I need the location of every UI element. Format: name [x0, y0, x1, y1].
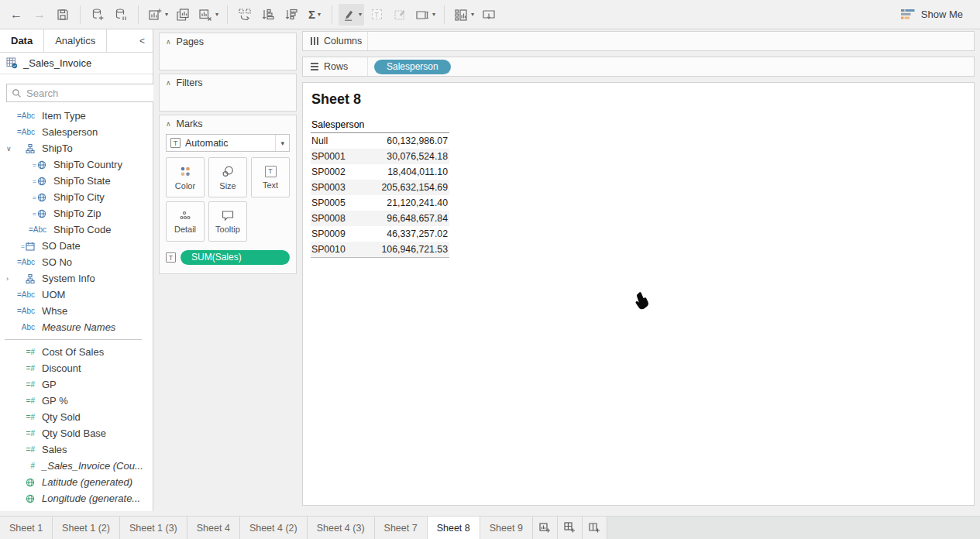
save-button[interactable] [52, 4, 74, 26]
rows-shelf[interactable]: Rows Salesperson [302, 57, 975, 77]
field-sales-invoice-count[interactable]: #_Sales_Invoice (Cou... [0, 458, 153, 474]
field-longitude-generated[interactable]: Longitude (generate... [0, 490, 153, 506]
show-me-button[interactable]: Show Me [893, 5, 971, 23]
field-salesperson[interactable]: =AbcSalesperson [0, 124, 153, 140]
new-datasource-button[interactable] [87, 4, 108, 26]
sheet-tab[interactable]: Sheet 1 (3) [120, 517, 187, 539]
fix-axes-button[interactable] [389, 4, 411, 26]
salesperson-pill[interactable]: Salesperson [374, 60, 451, 74]
field-gp[interactable]: =#GP [0, 376, 153, 393]
sheet-tab[interactable]: Sheet 9 [480, 517, 533, 539]
collapse-card-icon[interactable]: ∧ [166, 120, 171, 128]
field-label: ShipTo State [53, 175, 111, 187]
field-gp-pct[interactable]: =#GP % [0, 393, 153, 409]
field-measure-names[interactable]: AbcMeasure Names [0, 319, 153, 335]
search-box[interactable] [6, 84, 168, 102]
search-input[interactable] [26, 88, 163, 99]
sheet-canvas[interactable]: Sheet 8 Salesperson Null60,132,986.07 SP… [302, 82, 975, 506]
highlight-button[interactable]: ▾ [339, 4, 364, 26]
table-row[interactable]: SP000896,648,657.84 [311, 211, 449, 226]
row-header: Null [311, 136, 366, 146]
field-latitude-generated[interactable]: Latitude (generated) [0, 474, 153, 490]
table-column-header[interactable]: Salesperson [311, 118, 449, 133]
sort-descending-button[interactable] [280, 4, 302, 26]
field-shipto-city[interactable]: =ShipTo City [0, 189, 153, 205]
rows-icon [310, 62, 319, 71]
tooltip-bubble-icon [221, 209, 235, 221]
field-item-type[interactable]: =AbcItem Type [0, 108, 153, 124]
field-shipto-hierarchy[interactable]: ∨ShipTo [0, 140, 153, 156]
sort-ascending-button[interactable] [257, 4, 279, 26]
new-dashboard-icon [563, 521, 576, 534]
show-hide-cards-button[interactable]: ▾ [451, 4, 476, 26]
collapse-card-icon[interactable]: ∧ [166, 38, 171, 46]
presentation-mode-button[interactable] [478, 4, 500, 26]
pause-updates-button[interactable] [110, 4, 132, 26]
field-whse[interactable]: =AbcWhse [0, 303, 153, 319]
field-uom[interactable]: =AbcUOM [0, 287, 153, 303]
text-mark-icon: T [170, 138, 181, 148]
clear-sheet-button[interactable]: ▾ [195, 4, 221, 26]
totals-button[interactable]: Σ▾ [304, 4, 325, 26]
expander-closed-icon[interactable]: › [6, 275, 15, 283]
text-button[interactable]: T Text [251, 157, 290, 197]
field-so-date[interactable]: =SO Date [0, 238, 153, 254]
sheet-tab[interactable]: Sheet 4 (2) [240, 517, 308, 539]
new-dashboard-tab-button[interactable] [558, 517, 583, 539]
caret-down-icon: ▾ [275, 135, 289, 151]
columns-shelf[interactable]: Columns [302, 31, 975, 51]
sheet-tab[interactable]: Sheet 7 [375, 517, 428, 539]
expander-open-icon[interactable]: ∨ [6, 145, 15, 153]
table-row[interactable]: SP0010106,946,721.53 [311, 242, 449, 257]
field-so-no[interactable]: =AbcSO No [0, 254, 153, 270]
sheet-tab[interactable]: Sheet 4 [187, 517, 240, 539]
field-qty-sold[interactable]: =#Qty Sold [0, 409, 153, 425]
duplicate-button[interactable] [172, 4, 194, 26]
tooltip-button[interactable]: Tooltip [208, 201, 247, 242]
datasource-item[interactable]: _Sales_Invoice [0, 53, 153, 74]
new-worksheet-button[interactable]: ▾ [145, 4, 170, 26]
toolbar-separator [444, 5, 445, 24]
field-system-info-hierarchy[interactable]: ›System Info [0, 270, 153, 287]
sheet-tab-active[interactable]: Sheet 8 [428, 517, 480, 539]
sheet-tab[interactable]: Sheet 1 [0, 517, 53, 539]
pages-shelf[interactable]: ∧Pages [159, 33, 297, 70]
field-shipto-zip[interactable]: =ShipTo Zip [0, 205, 153, 221]
field-label: GP % [42, 395, 68, 407]
field-shipto-country[interactable]: =ShipTo Country [0, 156, 153, 173]
size-button[interactable]: Size [208, 157, 247, 197]
tab-analytics[interactable]: Analytics [44, 29, 107, 52]
filters-shelf[interactable]: ∧Filters [159, 74, 297, 112]
new-story-tab-button[interactable] [583, 517, 607, 539]
redo-button[interactable]: → [29, 4, 50, 26]
tab-data[interactable]: Data [0, 29, 44, 52]
sheet-tab[interactable]: Sheet 4 (3) [308, 517, 375, 539]
fit-button[interactable]: ▾ [412, 4, 438, 26]
table-row[interactable]: SP000130,076,524.18 [311, 149, 449, 164]
mark-type-dropdown[interactable]: T Automatic ▾ [166, 134, 290, 152]
sum-sales-pill[interactable]: SUM(Sales) [181, 250, 290, 265]
field-sales[interactable]: =#Sales [0, 441, 153, 458]
field-shipto-state[interactable]: =ShipTo State [0, 173, 153, 189]
table-row[interactable]: SP000946,337,257.02 [311, 226, 449, 242]
field-shipto-code[interactable]: =AbcShipTo Code [0, 221, 153, 238]
new-worksheet-tab-button[interactable] [533, 517, 558, 539]
toolbar: ← → ▾ ▾ Σ▾ ▾ T ▾ ▾ Show Me [0, 0, 980, 29]
marks-pill-row: T SUM(Sales) [166, 250, 290, 265]
collapse-card-icon[interactable]: ∧ [166, 79, 171, 87]
table-row[interactable]: SP000521,120,241.40 [311, 195, 449, 211]
rows-shelf-body[interactable]: Salesperson [368, 60, 974, 74]
detail-button[interactable]: Detail [166, 201, 205, 242]
mark-labels-button[interactable]: T [366, 4, 387, 26]
field-discount[interactable]: =#Discount [0, 360, 153, 376]
color-button[interactable]: Color [166, 157, 205, 197]
undo-button[interactable]: ← [5, 4, 27, 26]
table-row[interactable]: Null60,132,986.07 [311, 133, 449, 149]
field-cost-of-sales[interactable]: =#Cost Of Sales [0, 344, 153, 360]
table-row[interactable]: SP000218,404,011.10 [311, 164, 449, 180]
field-qty-sold-base[interactable]: =#Qty Sold Base [0, 425, 153, 441]
table-row[interactable]: SP0003205,632,154.69 [311, 180, 449, 195]
sheet-tab[interactable]: Sheet 1 (2) [53, 517, 120, 539]
swap-axes-button[interactable] [234, 4, 256, 26]
collapse-pane-button[interactable]: < [132, 29, 153, 52]
